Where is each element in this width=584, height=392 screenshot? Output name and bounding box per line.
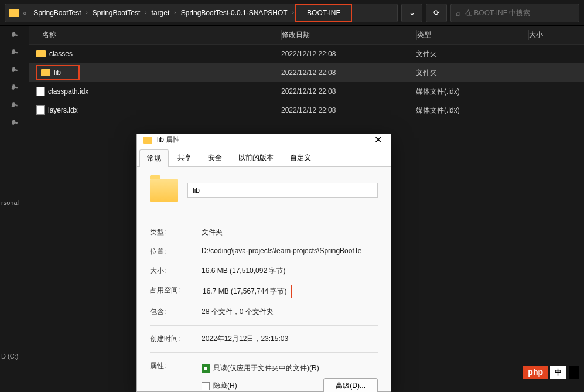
- search-icon: ⌕: [456, 8, 460, 18]
- label-readonly: 只读(仅应用于文件夹中的文件)(R): [213, 363, 319, 373]
- refresh-button[interactable]: ⟳: [426, 4, 447, 22]
- file-name: lib: [54, 69, 61, 77]
- folder-icon: [150, 179, 178, 202]
- chevron-right-icon: ›: [292, 9, 294, 16]
- watermark-text: 中: [550, 366, 566, 379]
- pin-icon[interactable]: [9, 81, 20, 93]
- watermark: php 中: [523, 365, 579, 379]
- column-headers: 名称 修改日期 类型 大小: [29, 26, 584, 45]
- value-size: 16.6 MB (17,510,092 字节): [202, 266, 378, 276]
- file-icon: [36, 87, 45, 96]
- col-type[interactable]: 类型: [417, 30, 528, 40]
- label-ondisk: 占用空间:: [150, 285, 202, 298]
- value-type: 文件夹: [202, 227, 378, 237]
- table-row[interactable]: classpath.idx 2022/12/12 22:08 媒体文件(.idx…: [29, 82, 584, 101]
- file-date: 2022/12/12 22:08: [281, 87, 416, 96]
- tab-share[interactable]: 共享: [170, 149, 199, 166]
- folder-icon: [41, 69, 50, 76]
- chevron-left-icon[interactable]: «: [21, 9, 29, 16]
- dialog-titlebar[interactable]: lib 属性 ✕: [137, 134, 391, 145]
- file-icon: [36, 105, 45, 115]
- name-input[interactable]: lib: [187, 183, 378, 198]
- chevron-right-icon: ›: [174, 9, 176, 16]
- folder-icon: [143, 137, 152, 144]
- label-location: 位置:: [150, 247, 202, 257]
- tab-general[interactable]: 常规: [139, 149, 169, 167]
- chevron-down-icon: ⌄: [409, 8, 415, 17]
- col-name[interactable]: 名称: [29, 30, 281, 40]
- pin-icon[interactable]: [9, 117, 20, 128]
- file-name: classpath.idx: [48, 87, 88, 96]
- crumb-1[interactable]: SpringBootTest: [89, 8, 144, 18]
- file-type: 文件夹: [416, 49, 527, 59]
- folder-icon: [36, 50, 46, 57]
- label-contains: 包含:: [150, 307, 202, 317]
- file-date: 2022/12/12 22:08: [281, 50, 416, 58]
- col-date[interactable]: 修改日期: [282, 30, 416, 40]
- sidebar-label: D (C:): [1, 353, 18, 360]
- file-name: layers.idx: [48, 106, 78, 114]
- file-type: 文件夹: [416, 68, 527, 78]
- tab-previous[interactable]: 以前的版本: [231, 149, 281, 166]
- pin-icon[interactable]: [9, 99, 20, 110]
- dialog-title: lib 属性: [157, 135, 180, 145]
- value-contains: 28 个文件，0 个文件夹: [202, 307, 378, 317]
- crumb-4[interactable]: BOOT-INF: [295, 4, 352, 22]
- pin-icon[interactable]: [9, 29, 20, 40]
- file-date: 2022/12/12 22:08: [281, 69, 416, 77]
- watermark-text: php: [523, 366, 548, 379]
- refresh-icon: ⟳: [433, 8, 440, 17]
- search-box[interactable]: ⌕: [450, 4, 579, 22]
- chevron-right-icon: ›: [145, 9, 146, 16]
- table-row[interactable]: layers.idx 2022/12/12 22:08 媒体文件(.idx): [29, 101, 584, 120]
- file-type: 媒体文件(.idx): [416, 105, 527, 115]
- sidebar: rsonal D (C:): [0, 26, 29, 392]
- label-attrs: 属性:: [150, 361, 202, 392]
- sidebar-label: rsonal: [1, 199, 19, 206]
- close-icon[interactable]: ✕: [370, 134, 386, 145]
- checkbox-readonly[interactable]: ■: [202, 364, 210, 373]
- value-location: D:\coding\java-projects\learn-projects\S…: [202, 247, 378, 257]
- search-input[interactable]: [465, 9, 574, 17]
- folder-icon: [9, 9, 19, 17]
- tab-security[interactable]: 安全: [200, 149, 230, 166]
- file-name: classes: [49, 50, 73, 58]
- breadcrumb[interactable]: « SpringBootTest › SpringBootTest › targ…: [5, 4, 398, 22]
- label-hidden: 隐藏(H): [213, 381, 237, 391]
- value-ondisk: 16.7 MB (17,567,744 字节): [202, 285, 292, 298]
- chevron-right-icon: ›: [86, 9, 88, 16]
- dialog-body: lib 类型:文件夹 位置:D:\coding\java-projects\le…: [137, 167, 391, 392]
- pin-icon[interactable]: [9, 46, 20, 57]
- col-size[interactable]: 大小: [529, 30, 584, 40]
- file-type: 媒体文件(.idx): [416, 87, 527, 97]
- table-row[interactable]: lib 2022/12/12 22:08 文件夹: [29, 63, 584, 82]
- label-size: 大小:: [150, 266, 202, 276]
- pin-icon[interactable]: [9, 64, 20, 75]
- dialog-tabs: 常规 共享 安全 以前的版本 自定义: [137, 145, 391, 167]
- label-created: 创建时间:: [150, 334, 202, 344]
- checkbox-hidden[interactable]: [202, 382, 210, 390]
- label-type: 类型:: [150, 227, 202, 237]
- file-date: 2022/12/12 22:08: [281, 106, 416, 114]
- crumb-0[interactable]: SpringBootTest: [30, 8, 84, 18]
- dropdown-button[interactable]: ⌄: [401, 4, 422, 22]
- advanced-button[interactable]: 高级(D)...: [323, 378, 378, 392]
- properties-dialog: lib 属性 ✕ 常规 共享 安全 以前的版本 自定义 lib 类型:文件夹 位…: [136, 134, 391, 392]
- table-row[interactable]: classes 2022/12/12 22:08 文件夹: [29, 45, 584, 63]
- tab-custom[interactable]: 自定义: [282, 149, 319, 166]
- crumb-2[interactable]: target: [148, 8, 173, 18]
- crumb-3[interactable]: SpringBootTest-0.0.1-SNAPSHOT: [177, 8, 291, 18]
- value-created: 2022年12月12日，23:15:03: [202, 334, 378, 344]
